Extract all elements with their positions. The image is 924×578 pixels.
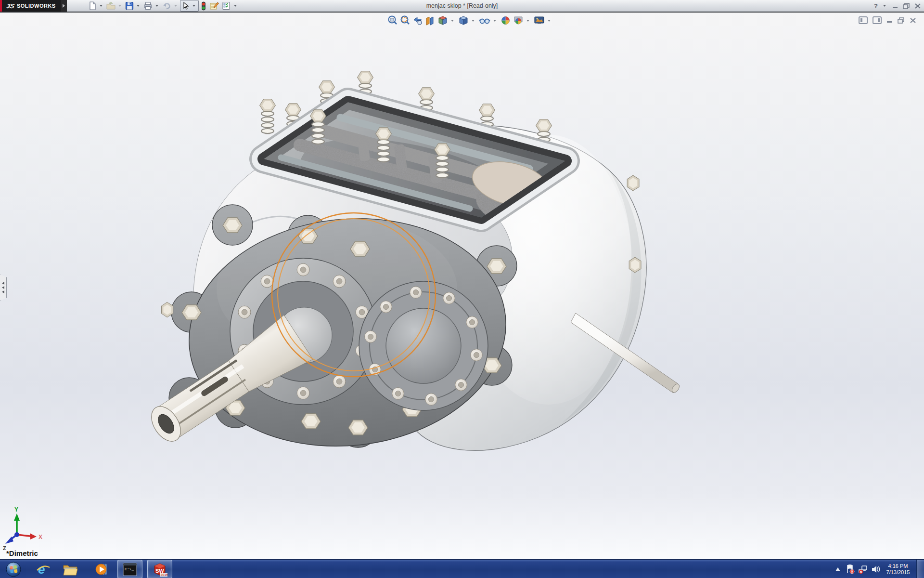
design-checker-button[interactable]	[221, 0, 232, 11]
save-button[interactable]	[124, 0, 135, 11]
triad-y-label: Y	[14, 506, 18, 513]
doc-restore-button[interactable]	[898, 17, 905, 24]
zoom-to-fit-button[interactable]	[387, 15, 398, 26]
apply-scene-icon	[513, 15, 524, 26]
right-pane-toggle-icon[interactable]	[873, 16, 882, 24]
headsup-view-toolbar	[387, 15, 553, 26]
document-window-controls	[859, 16, 916, 24]
tray-show-hidden-icons[interactable]	[834, 560, 842, 578]
command-prompt-icon: C:\_	[123, 563, 137, 576]
windows-start-icon	[6, 562, 21, 577]
section-view-icon	[425, 15, 435, 26]
undo-dropdown[interactable]	[174, 5, 177, 7]
view-orientation-dropdown[interactable]	[451, 20, 454, 22]
select-button[interactable]	[180, 0, 199, 12]
show-desktop-button[interactable]	[916, 560, 924, 578]
solidworks-logo: 3S SOLIDWORKS	[0, 0, 61, 12]
solidworks-2015-icon: SW 2015	[152, 562, 167, 577]
taskbar-internet-explorer[interactable]: e	[33, 560, 54, 578]
display-style-dropdown[interactable]	[472, 20, 475, 22]
stoplight-icon	[201, 1, 206, 11]
model-scene: Y X Z	[0, 13, 924, 559]
apply-scene-dropdown[interactable]	[526, 20, 529, 22]
print-button[interactable]	[142, 0, 154, 11]
tray-network[interactable]	[857, 560, 869, 578]
model-cover-flange[interactable]	[359, 281, 488, 410]
view-settings-dropdown[interactable]	[548, 20, 551, 22]
triad-z-label: Z	[3, 545, 6, 551]
doc-minimize-button[interactable]	[886, 17, 893, 23]
new-dropdown[interactable]	[100, 5, 103, 7]
design-checker-dropdown[interactable]	[234, 5, 237, 7]
help-button[interactable]: ?	[874, 2, 878, 10]
speaker-icon	[871, 565, 881, 574]
media-player-icon	[95, 562, 109, 577]
select-dropdown[interactable]	[192, 5, 195, 7]
undo-icon	[162, 1, 171, 10]
tray-action-center[interactable]	[845, 560, 856, 578]
previous-view-button[interactable]	[412, 15, 423, 26]
edit-appearance-button[interactable]	[500, 15, 511, 26]
view-orientation-label: *Dimetric	[6, 549, 38, 557]
zoom-to-area-button[interactable]	[399, 15, 411, 26]
save-dropdown[interactable]	[137, 5, 140, 7]
open-button[interactable]	[105, 0, 116, 11]
view-settings-button[interactable]	[533, 15, 545, 26]
left-pane-toggle-icon[interactable]	[859, 16, 868, 24]
edit-appearance-icon	[500, 15, 511, 26]
open-dropdown[interactable]	[118, 5, 121, 7]
hide-show-dropdown[interactable]	[493, 20, 496, 22]
doc-close-button[interactable]	[910, 17, 916, 24]
view-orientation-button[interactable]	[437, 15, 449, 26]
windows-taskbar: e C:\_	[0, 559, 924, 578]
taskbar-command-prompt[interactable]: C:\_	[117, 560, 142, 578]
section-view-button[interactable]	[424, 15, 436, 26]
select-cursor-icon	[181, 1, 190, 10]
ds-logo-glyph: 3S	[6, 2, 15, 10]
restore-button[interactable]	[903, 3, 910, 9]
folder-icon	[63, 563, 78, 576]
start-button[interactable]	[4, 560, 23, 578]
tray-clock[interactable]: 4:16 PM 7/13/2015	[883, 560, 913, 578]
open-icon	[106, 1, 116, 10]
taskbar-windows-explorer[interactable]	[60, 560, 81, 578]
solidworks-icon-year: 2015	[161, 573, 168, 577]
taskbar-media-player[interactable]	[91, 560, 113, 578]
minimize-button[interactable]	[892, 3, 898, 9]
tray-volume[interactable]	[870, 560, 882, 578]
svg-text:e: e	[38, 562, 45, 577]
feature-manager-collapsed-tab[interactable]	[0, 275, 7, 301]
display-style-button[interactable]	[458, 15, 469, 26]
close-button[interactable]	[914, 3, 921, 9]
display-style-icon	[458, 15, 469, 26]
network-disconnected-icon	[858, 565, 868, 574]
internet-explorer-icon: e	[36, 562, 51, 577]
collapse-arrow-icon	[2, 290, 4, 293]
new-document-button[interactable]	[87, 0, 98, 11]
undo-button[interactable]	[161, 0, 172, 11]
triad-x-label: X	[38, 534, 42, 540]
hide-show-items-button[interactable]	[478, 15, 491, 26]
main-toolbar	[87, 0, 239, 12]
action-center-flag-icon	[846, 565, 855, 574]
new-document-icon	[88, 1, 97, 10]
zoom-to-area-icon	[400, 15, 410, 26]
taskbar-solidworks-2015[interactable]: SW 2015	[147, 560, 172, 578]
comment-button[interactable]	[208, 0, 220, 11]
clock-time: 4:16 PM	[888, 563, 908, 569]
collapse-arrow-icon	[2, 286, 4, 289]
clock-date: 7/13/2015	[886, 569, 910, 576]
collapse-arrow-icon	[2, 282, 4, 285]
help-dropdown[interactable]	[883, 5, 886, 7]
print-dropdown[interactable]	[155, 5, 158, 7]
menu-expand-arrow[interactable]	[61, 0, 67, 12]
comment-icon	[209, 1, 219, 10]
apply-scene-button[interactable]	[513, 15, 524, 26]
graphics-area[interactable]: Y X Z	[0, 13, 924, 559]
previous-view-icon	[412, 15, 423, 26]
up-arrow-icon	[835, 567, 840, 571]
solidworks-logo-text: SOLIDWORKS	[17, 3, 56, 9]
command-prompt-label: C:\_	[125, 567, 134, 571]
stoplight-button[interactable]	[200, 0, 207, 11]
view-settings-icon	[534, 15, 545, 26]
